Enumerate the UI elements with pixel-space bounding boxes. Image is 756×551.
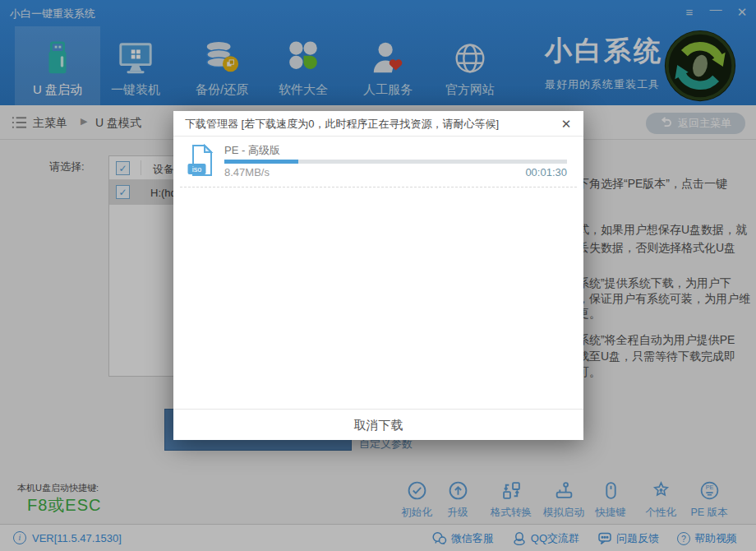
download-name: PE - 高级版 [224,143,280,158]
progress-fill [224,160,298,164]
dialog-title: 下载管理器 [若下载速度为0，此时程序正在寻找资源，请耐心等候] [185,111,499,137]
cancel-download-button[interactable]: 取消下载 [173,409,583,440]
download-eta: 00:01:30 [525,166,567,178]
progress-bar [224,160,567,164]
download-speed: 8.47MB/s [224,166,270,178]
dialog-close-icon[interactable]: ✕ [557,111,575,137]
download-item: iso PE - 高级版 8.47MB/s 00:01:30 [173,137,583,187]
download-manager-dialog: 下载管理器 [若下载速度为0，此时程序正在寻找资源，请耐心等候] ✕ iso P… [173,111,583,440]
dialog-titlebar: 下载管理器 [若下载速度为0，此时程序正在寻找资源，请耐心等候] ✕ [173,111,583,137]
item-divider [180,187,577,188]
iso-file-icon: iso [187,144,219,182]
app-window: 小白一键重装系统 ≡ — ✕ U 盘启动 [0,0,756,551]
svg-text:iso: iso [192,165,202,174]
